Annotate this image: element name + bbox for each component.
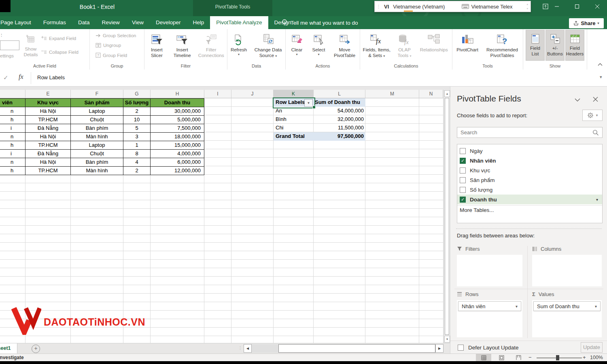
zoom-slider-thumb[interactable] <box>556 355 559 360</box>
search-icon[interactable] <box>592 129 599 136</box>
cell-name-fragment[interactable]: n <box>0 133 25 141</box>
collapse-ribbon-chevron-icon[interactable] <box>597 62 603 66</box>
column-header[interactable]: I <box>204 90 231 98</box>
header-cell[interactable]: viên <box>0 99 25 107</box>
cell-qty[interactable]: 8 <box>123 150 151 158</box>
field-item[interactable]: Nhân viên ▾ <box>457 156 602 165</box>
cell-qty[interactable]: 2 <box>123 167 151 175</box>
cell-name-fragment[interactable]: i <box>0 124 25 133</box>
cell-name-fragment[interactable]: h <box>0 116 25 124</box>
status-left-text[interactable]: Investigate <box>0 355 24 360</box>
filter-connections-button[interactable]: Filter Connections <box>195 32 227 59</box>
scrollbar-resize-grip[interactable]: ⋮ <box>238 345 242 351</box>
grand-total-label[interactable]: Grand Total <box>274 132 314 141</box>
show-details-button[interactable]: Show Details <box>20 31 41 58</box>
pane-options-chevron-icon[interactable] <box>574 98 581 102</box>
cell-qty[interactable]: 10 <box>123 116 151 124</box>
rows-field-pill[interactable]: Nhân viên ▾ <box>458 301 521 311</box>
ribbon-tab[interactable]: Help <box>187 16 210 29</box>
grand-total-value[interactable]: 97,500,000 <box>314 132 365 141</box>
change-data-source-button[interactable]: Change Data Source ▾ <box>251 32 285 59</box>
pivot-row-labels-cell[interactable]: Row Labels ▾ <box>274 98 314 107</box>
language-bar-options-icon[interactable]: ▫▫ <box>527 2 528 11</box>
cell-region[interactable]: TP.HCM <box>25 116 71 124</box>
values-field-pill[interactable]: Sum of Doanh thu ▾ <box>533 301 601 311</box>
page-break-preview-button[interactable] <box>511 354 526 361</box>
field-headers-toggle[interactable]: Field Headers <box>565 30 584 61</box>
language-bar-grip-icon[interactable]: ⋮ <box>376 4 381 9</box>
pill-dropdown-icon[interactable]: ▾ <box>516 304 521 309</box>
insert-function-icon[interactable]: fx <box>19 73 23 80</box>
defer-layout-checkbox[interactable] <box>458 345 464 351</box>
field-item[interactable]: Số lượng ▾ <box>457 185 602 195</box>
zoom-slider-track[interactable] <box>537 358 582 358</box>
sheet-tab[interactable]: Sheet1 <box>0 343 17 353</box>
ime-name[interactable]: Vietnamese Telex <box>471 4 512 10</box>
cell-product[interactable]: Màn hình <box>71 133 123 141</box>
cell-product[interactable]: Bàn phím <box>71 158 123 167</box>
ribbon-tab[interactable]: Page Layout <box>0 16 37 29</box>
fields-items-sets-button[interactable]: fx Fields, Items, & Sets ▾ <box>360 32 393 59</box>
share-button[interactable]: Share ▾ <box>569 18 604 28</box>
tools-gear-button[interactable]: ▾ <box>582 110 603 121</box>
scroll-up-button[interactable]: ▲ <box>444 90 450 97</box>
cell-name-fragment[interactable]: h <box>0 167 25 175</box>
cell-name-fragment[interactable]: n <box>0 158 25 167</box>
field-list-toggle[interactable]: Field List <box>526 30 545 61</box>
recommended-pivottables-button[interactable]: ? Recommended PivotTables <box>482 32 522 59</box>
scroll-down-button[interactable]: ▼ <box>444 336 450 343</box>
column-header[interactable]: K <box>274 90 314 98</box>
cell-product[interactable]: Chuột <box>71 150 123 158</box>
language-code[interactable]: VI <box>384 4 389 10</box>
cell-qty[interactable]: 3 <box>123 133 151 141</box>
field-item[interactable]: Sản phẩm ▾ <box>457 175 602 185</box>
pivot-row-value[interactable]: 11,500,000 <box>314 124 365 132</box>
active-field-name-box[interactable] <box>0 40 19 50</box>
cell-region[interactable]: TP.HCM <box>25 141 71 150</box>
cell-revenue[interactable]: 7,500,000 <box>151 124 204 133</box>
search-box[interactable] <box>457 127 603 138</box>
header-cell[interactable]: Sản phẩm <box>71 99 123 107</box>
field-item[interactable]: Khu vực ▾ <box>457 165 602 175</box>
header-cell[interactable]: Khu vực <box>25 99 71 107</box>
field-item[interactable]: Ngày ▾ <box>457 146 602 156</box>
column-header[interactable] <box>0 90 25 98</box>
zoom-in-button[interactable]: + <box>583 354 586 360</box>
restore-button[interactable] <box>572 2 582 11</box>
ribbon-display-options-button[interactable] <box>540 2 551 11</box>
formula-bar-expand-icon[interactable]: ▾ <box>600 74 602 80</box>
column-header[interactable]: H <box>151 90 204 98</box>
expand-field-button[interactable]: Expand Field <box>41 36 76 41</box>
cell-name-fragment[interactable]: n <box>0 107 25 116</box>
language-name[interactable]: Vietnamese (Vietnam) <box>393 4 445 10</box>
cell-revenue[interactable]: 6,000,000 <box>151 158 204 167</box>
zoom-out-button[interactable]: − <box>528 354 532 360</box>
horizontal-scroll-thumb[interactable] <box>278 344 435 353</box>
ribbon-tab[interactable]: View <box>126 16 150 29</box>
update-button[interactable]: Update <box>581 342 603 353</box>
pivot-row-label[interactable]: An <box>274 107 314 115</box>
column-header[interactable]: M <box>365 90 419 98</box>
zoom-level[interactable]: 100% <box>590 355 603 360</box>
collapse-field-button[interactable]: Collapse Field <box>41 49 79 55</box>
field-checkbox[interactable] <box>460 177 466 183</box>
pivot-row-label[interactable]: Bình <box>274 115 314 124</box>
column-header[interactable]: N <box>419 90 443 98</box>
cell-qty[interactable]: 2 <box>123 107 151 116</box>
vertical-scroll-thumb[interactable] <box>445 98 449 335</box>
pivotchart-button[interactable]: PivotChart <box>453 32 482 53</box>
cell-qty[interactable]: 4 <box>123 158 151 167</box>
filters-drop-area[interactable] <box>457 255 522 286</box>
cell-product[interactable]: Màn hình <box>71 167 123 175</box>
cell-revenue[interactable]: 30,000,000 <box>151 107 204 116</box>
row-labels-filter-button[interactable]: ▾ <box>304 99 313 107</box>
column-header[interactable]: J <box>231 90 274 98</box>
field-checkbox[interactable] <box>460 187 466 193</box>
minimize-button[interactable] <box>552 2 562 11</box>
cell-product[interactable]: Laptop <box>71 107 123 116</box>
insert-timeline-button[interactable]: Insert Timeline <box>170 32 195 59</box>
pill-dropdown-icon[interactable]: ▾ <box>595 304 600 309</box>
ribbon-tab[interactable]: Formulas <box>37 16 72 29</box>
cell-qty[interactable]: 5 <box>123 124 151 133</box>
field-settings-button[interactable]: ettings <box>0 53 14 58</box>
